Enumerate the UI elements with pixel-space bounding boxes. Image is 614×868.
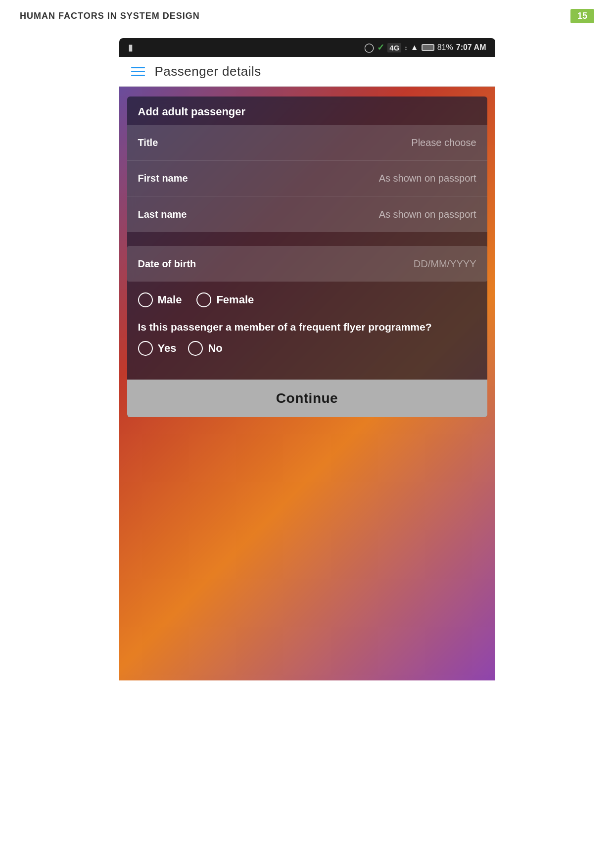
yes-label: Yes <box>158 342 177 355</box>
no-radio[interactable] <box>188 341 203 356</box>
status-bar: ▮ ◯ ✓ 4G ↕ ▲ 81% 7:07 AM <box>119 38 495 57</box>
yes-radio[interactable] <box>138 341 153 356</box>
frequent-flyer-section: Is this passenger a member of a frequent… <box>127 318 487 365</box>
female-label: Female <box>216 293 254 306</box>
signal-icon: ▲ <box>411 43 419 52</box>
ff-question: Is this passenger a member of a frequent… <box>138 320 476 334</box>
title-label: Title <box>138 137 227 148</box>
last-name-value: As shown on passport <box>379 209 476 220</box>
page-header-title: HUMAN FACTORS IN SYSTEM DESIGN <box>20 11 200 21</box>
continue-button[interactable]: Continue <box>127 380 487 417</box>
status-bar-left: ▮ <box>128 42 135 53</box>
last-name-label: Last name <box>138 209 227 220</box>
card-header: Add adult passenger <box>127 96 487 125</box>
main-content: Add adult passenger Title Please choose … <box>119 87 495 680</box>
name-fields-group: Title Please choose First name As shown … <box>127 125 487 232</box>
male-radio[interactable] <box>138 292 153 307</box>
menu-button[interactable] <box>131 67 145 76</box>
page-header: HUMAN FACTORS IN SYSTEM DESIGN 15 <box>0 0 614 28</box>
passenger-form-card: Add adult passenger Title Please choose … <box>127 96 487 417</box>
camera-icon: ▮ <box>128 42 133 53</box>
dob-row[interactable]: Date of birth DD/MM/YYYY <box>127 246 487 282</box>
battery-percent: 81% <box>437 43 453 52</box>
male-option[interactable]: Male <box>138 292 182 307</box>
last-name-row[interactable]: Last name As shown on passport <box>127 196 487 232</box>
gender-section: Male Female <box>127 282 487 318</box>
first-name-row[interactable]: First name As shown on passport <box>127 161 487 196</box>
app-bar: Passenger details <box>119 57 495 87</box>
dob-value: DD/MM/YYYY <box>414 258 476 270</box>
title-value: Please choose <box>411 137 476 148</box>
ff-options: Yes No <box>138 341 476 356</box>
wifi-icon: ✓ <box>377 42 384 53</box>
male-label: Male <box>158 293 182 306</box>
page-number: 15 <box>570 9 594 23</box>
female-option[interactable]: Female <box>196 292 254 307</box>
card-bottom-spacer <box>127 365 487 380</box>
form-gap <box>127 232 487 239</box>
alarm-icon: ◯ <box>364 42 374 53</box>
female-radio[interactable] <box>196 292 211 307</box>
first-name-value: As shown on passport <box>379 173 476 184</box>
title-row[interactable]: Title Please choose <box>127 125 487 161</box>
status-bar-right: ◯ ✓ 4G ↕ ▲ 81% 7:07 AM <box>364 42 486 53</box>
battery-icon <box>422 44 434 51</box>
yes-option[interactable]: Yes <box>138 341 177 356</box>
dob-label: Date of birth <box>138 258 196 270</box>
network-label: 4G <box>387 43 401 52</box>
app-title: Passenger details <box>155 64 261 79</box>
phone-frame: ▮ ◯ ✓ 4G ↕ ▲ 81% 7:07 AM Passenger detai… <box>119 38 495 680</box>
no-option[interactable]: No <box>188 341 222 356</box>
card-title: Add adult passenger <box>138 105 246 118</box>
clock: 7:07 AM <box>456 43 486 52</box>
data-arrows-icon: ↕ <box>404 44 408 51</box>
no-label: No <box>208 342 222 355</box>
first-name-label: First name <box>138 173 227 184</box>
